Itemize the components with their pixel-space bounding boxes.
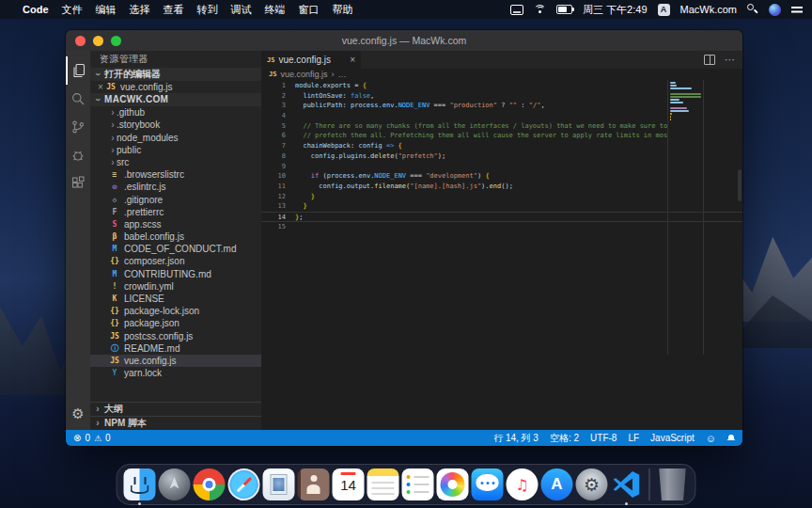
notifications-bell-icon[interactable]: [727, 435, 735, 442]
file-item-package-json[interactable]: {}package.json: [90, 317, 261, 329]
file-item-crowdin-yml[interactable]: !crowdin.yml: [90, 280, 261, 293]
menu-item-8[interactable]: 帮助: [333, 4, 353, 15]
code-line-15[interactable]: 15: [261, 222, 742, 232]
code-line-14[interactable]: 14};: [261, 212, 742, 222]
file-item-CODE-OF-CONDUCT-md[interactable]: MCODE_OF_CONDUCT.md: [90, 243, 261, 255]
wifi-icon[interactable]: [534, 5, 546, 15]
dock-icon-finder[interactable]: [124, 468, 156, 500]
file-item-babel-config-js[interactable]: βbabel.config.js: [90, 230, 261, 243]
warnings-count[interactable]: 0: [105, 433, 111, 443]
code-line-8[interactable]: 8 config.plugins.delete("prefetch");: [261, 151, 742, 162]
window-titlebar[interactable]: vue.config.js — MacWk.com: [66, 30, 742, 51]
folder-item-src[interactable]: ›src: [90, 156, 261, 168]
menu-item-7[interactable]: 窗口: [299, 4, 320, 15]
breadcrumb-more[interactable]: …: [337, 70, 346, 79]
activity-search-icon[interactable]: [66, 85, 90, 113]
dock-icon-appstore[interactable]: [541, 468, 573, 500]
battery-icon[interactable]: [556, 5, 572, 14]
file-item-README-md[interactable]: ⓘREADME.md: [90, 342, 261, 355]
code-line-7[interactable]: 7 chainWebpack: config => {: [261, 141, 742, 151]
dock-icon-messages[interactable]: [472, 468, 504, 500]
file-item-package-lock-json[interactable]: {}package-lock.json: [90, 305, 261, 317]
file-item--gitignore[interactable]: ◇.gitignore: [90, 194, 261, 206]
warnings-icon[interactable]: ⚠: [94, 434, 102, 443]
close-window-button[interactable]: [75, 36, 86, 46]
code-editor[interactable]: 1module.exports = {2 lintOnSave: false,3…: [261, 80, 742, 430]
spotlight-search-icon[interactable]: [747, 4, 758, 15]
menu-item-3[interactable]: 查看: [164, 4, 184, 15]
more-actions-icon[interactable]: ⋯: [725, 55, 735, 65]
dock-icon-notes[interactable]: [367, 468, 399, 500]
tab-vue-config[interactable]: JS vue.config.js ×: [261, 51, 361, 69]
menu-item-0[interactable]: 文件: [62, 4, 83, 15]
errors-count[interactable]: 0: [85, 433, 90, 443]
folder-item--storybook[interactable]: ›.storybook: [90, 119, 261, 131]
menu-clock[interactable]: 周三 下午2:49: [583, 3, 647, 17]
code-line-9[interactable]: 9: [261, 162, 742, 172]
status-item-3[interactable]: LF: [628, 433, 639, 443]
code-line-11[interactable]: 11 config.output.filename("[name].[hash]…: [261, 182, 742, 192]
status-item-2[interactable]: UTF-8: [590, 433, 617, 443]
dock-icon-contacts[interactable]: [298, 468, 330, 500]
dock-icon-trash[interactable]: [657, 468, 689, 500]
sidebar-section-1[interactable]: ›NPM 脚本: [90, 416, 261, 430]
app-menu[interactable]: Code: [23, 4, 49, 15]
close-tab-icon[interactable]: ×: [350, 55, 355, 65]
activity-explorer-icon[interactable]: [66, 56, 90, 85]
menu-item-2[interactable]: 选择: [130, 4, 150, 15]
menu-item-4[interactable]: 转到: [197, 4, 218, 15]
file-item-LICENSE[interactable]: KLICENSE: [90, 293, 261, 305]
dock-icon-settings[interactable]: [576, 468, 608, 500]
display-icon[interactable]: [510, 5, 523, 15]
sidebar-section-0[interactable]: ›大纲: [90, 402, 261, 416]
dock-icon-music[interactable]: [507, 468, 539, 500]
file-item-yarn-lock[interactable]: Yyarn.lock: [90, 367, 261, 379]
file-item-CONTRIBUTING-md[interactable]: MCONTRIBUTING.md: [90, 268, 261, 280]
minimap[interactable]: [670, 82, 701, 124]
code-line-6[interactable]: 6 // prefetch them all. Prefetching them…: [261, 131, 742, 141]
activity-source-control-icon[interactable]: [66, 113, 90, 141]
menu-item-1[interactable]: 编辑: [96, 4, 117, 15]
folder-item-public[interactable]: ›public: [90, 144, 261, 156]
breadcrumb-file[interactable]: vue.config.js: [280, 70, 327, 79]
folder-item--github[interactable]: ›.github: [90, 106, 261, 119]
input-method-icon[interactable]: A: [658, 4, 670, 16]
feedback-smiley-icon[interactable]: ☺: [706, 433, 716, 444]
dock-icon-chrome[interactable]: [194, 468, 226, 500]
dock-icon-reminders[interactable]: [402, 468, 434, 500]
activity-debug-icon[interactable]: [66, 141, 90, 169]
file-item-postcss-config-js[interactable]: JSpostcss.config.js: [90, 330, 261, 342]
siri-icon[interactable]: [769, 4, 781, 16]
zoom-window-button[interactable]: [111, 36, 121, 46]
errors-icon[interactable]: ⊗: [73, 433, 81, 443]
status-item-1[interactable]: 空格: 2: [550, 432, 579, 445]
open-editor-item[interactable]: × JS vue.config.js: [90, 81, 261, 93]
file-item-vue-config-js[interactable]: JSvue.config.js: [90, 355, 261, 367]
menu-item-5[interactable]: 调试: [231, 4, 252, 15]
dock-icon-vscode[interactable]: [611, 468, 643, 500]
dock-icon-calendar[interactable]: 14: [333, 468, 365, 500]
minimize-window-button[interactable]: [93, 36, 103, 46]
code-line-12[interactable]: 12 }: [261, 192, 742, 202]
status-item-4[interactable]: JavaScript: [650, 433, 695, 443]
notification-center-icon[interactable]: [791, 5, 803, 14]
split-editor-icon[interactable]: [704, 55, 715, 65]
file-item-app-scss[interactable]: Sapp.scss: [90, 218, 261, 230]
manage-gear-icon[interactable]: ⚙: [66, 404, 90, 424]
menu-item-6[interactable]: 终端: [265, 4, 286, 15]
dock-icon-safari[interactable]: [228, 468, 260, 500]
code-line-10[interactable]: 10 if (process.env.NODE_ENV === "develop…: [261, 171, 742, 182]
breadcrumb[interactable]: JS vue.config.js › …: [261, 69, 742, 80]
file-item--prettierrc[interactable]: F.prettierrc: [90, 206, 261, 218]
close-icon[interactable]: ×: [96, 81, 105, 93]
activity-extensions-icon[interactable]: [66, 169, 90, 198]
dock-icon-photos[interactable]: [437, 468, 469, 500]
file-item--eslintrc-js[interactable]: ◎.eslintrc.js: [90, 181, 261, 193]
dock-icon-launchpad[interactable]: [159, 468, 191, 500]
project-section[interactable]: › MACWK.COM: [90, 93, 261, 106]
editor-scrollbar[interactable]: [738, 169, 742, 201]
menu-brand[interactable]: MacWk.com: [680, 4, 738, 15]
status-item-0[interactable]: 行 14, 列 3: [493, 432, 539, 445]
file-item-composer-json[interactable]: {}composer.json: [90, 255, 261, 267]
dock-icon-mail[interactable]: [263, 468, 295, 500]
